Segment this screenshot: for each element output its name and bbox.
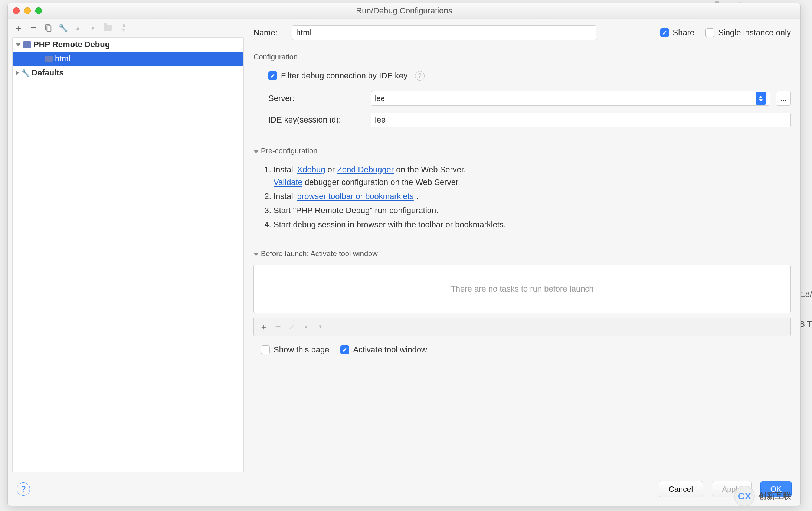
text: Install — [274, 192, 297, 201]
folder-icon — [104, 25, 112, 31]
section-configuration: Configuration — [253, 53, 791, 61]
php-icon — [23, 40, 31, 49]
task-down-button[interactable]: ▼ — [314, 320, 327, 333]
wrench-icon: 🔧 — [21, 69, 29, 77]
move-down-button[interactable]: ▼ — [86, 22, 99, 34]
ide-key-input[interactable] — [371, 113, 791, 127]
list-item: Start debug session in browser with the … — [274, 218, 791, 231]
chevron-down-icon — [16, 43, 21, 46]
no-tasks-text: There are no tasks to run before launch — [451, 284, 593, 294]
edit-defaults-button[interactable]: 🔧 — [57, 22, 69, 34]
folder-button[interactable] — [101, 22, 114, 34]
xdebug-link[interactable]: Xdebug — [297, 165, 325, 174]
help-icon[interactable]: ? — [415, 71, 425, 81]
text: . — [416, 192, 418, 201]
dialog-footer: ? Cancel Apply OK — [8, 472, 800, 506]
tree-node-php-remote-debug[interactable]: PHP Remote Debug — [13, 38, 243, 52]
text: debugger configuration on the Web Server… — [305, 178, 460, 187]
section-title: Configuration — [253, 53, 298, 61]
wrench-icon: 🔧 — [59, 23, 68, 32]
name-label: Name: — [253, 28, 287, 38]
watermark: CX 创新互联 — [734, 485, 808, 507]
show-this-page-label: Show this page — [274, 345, 329, 355]
cancel-button[interactable]: Cancel — [659, 481, 703, 497]
tree-node-html[interactable]: html — [13, 52, 243, 66]
before-launch-tasks: There are no tasks to run before launch — [253, 265, 791, 313]
list-item: Start "PHP Remote Debug" run-configurati… — [274, 204, 791, 217]
before-launch-toolbar: ＋ − ▲ ▼ — [253, 318, 791, 336]
checkbox-icon — [340, 345, 349, 354]
section-preconfiguration[interactable]: Pre-configuration — [253, 147, 791, 155]
chevron-down-icon — [253, 250, 261, 258]
checkbox-icon — [261, 345, 270, 354]
add-button[interactable]: ＋ — [12, 22, 25, 34]
checkbox-icon — [268, 71, 277, 80]
activate-tool-label: Activate tool window — [353, 345, 427, 355]
pencil-icon — [289, 323, 295, 330]
remove-button[interactable]: − — [27, 22, 40, 34]
move-up-button[interactable]: ▲ — [72, 22, 84, 34]
filter-label: Filter debug connection by IDE key — [281, 71, 407, 81]
titlebar: Run/Debug Configurations — [8, 3, 800, 19]
validate-link[interactable]: Validate — [274, 178, 302, 187]
list-item: Install browser toolbar or bookmarklets … — [274, 190, 791, 203]
chevron-down-icon — [253, 147, 261, 155]
text: Install — [274, 165, 297, 174]
bg-text-1: 18/ — [800, 290, 812, 299]
tree-node-label: html — [55, 54, 71, 64]
tree-node-label: PHP Remote Debug — [33, 40, 110, 49]
server-select[interactable]: lee — [371, 91, 770, 106]
sort-button[interactable]: ↓az — [116, 22, 129, 34]
name-input[interactable] — [292, 25, 596, 40]
list-item: Install Xdebug or Zend Debugger on the W… — [274, 163, 791, 189]
tree-node-defaults[interactable]: 🔧 Defaults — [13, 66, 243, 80]
config-form: Name: Share Single instance only — [244, 19, 800, 472]
section-before-launch[interactable]: Before launch: Activate tool window — [253, 250, 791, 258]
checkbox-icon — [705, 28, 714, 37]
checkbox-icon — [660, 28, 669, 37]
help-button[interactable]: ? — [17, 482, 30, 496]
single-instance-checkbox[interactable]: Single instance only — [705, 28, 791, 38]
share-label: Share — [673, 28, 695, 38]
show-this-page-checkbox[interactable]: Show this page — [261, 345, 329, 355]
zend-debugger-link[interactable]: Zend Debugger — [337, 165, 394, 174]
server-label: Server: — [268, 94, 365, 103]
watermark-logo-icon: CX — [734, 486, 755, 507]
watermark-text: 创新互联 — [759, 491, 791, 502]
bg-text-2: B T — [799, 319, 812, 329]
share-checkbox[interactable]: Share — [660, 28, 695, 38]
chevron-right-icon — [16, 70, 19, 75]
select-arrows-icon — [756, 92, 766, 105]
remove-task-button[interactable]: − — [272, 320, 284, 333]
single-instance-label: Single instance only — [718, 28, 791, 38]
server-browse-button[interactable]: ... — [776, 91, 791, 106]
filter-ide-key-checkbox[interactable]: Filter debug connection by IDE key — [268, 71, 407, 81]
tree-node-label: Defaults — [32, 68, 64, 78]
section-title: Pre-configuration — [261, 147, 317, 155]
copy-button[interactable] — [42, 22, 55, 34]
run-debug-dialog: Run/Debug Configurations ＋ − 🔧 ▲ ▼ ↓az — [7, 3, 801, 506]
preconfiguration-list: Install Xdebug or Zend Debugger on the W… — [274, 162, 791, 232]
dialog-title: Run/Debug Configurations — [8, 6, 800, 16]
text: or — [328, 165, 337, 174]
text: on the Web Server. — [396, 165, 466, 174]
section-title: Before launch: Activate tool window — [261, 250, 378, 258]
config-tree: PHP Remote Debug html 🔧 Defaults — [12, 37, 244, 472]
browser-toolbar-link[interactable]: browser toolbar or bookmarklets — [297, 192, 414, 201]
php-icon — [45, 55, 53, 63]
svg-rect-1 — [47, 26, 51, 32]
ide-key-label: IDE key(session id): — [268, 115, 365, 125]
edit-task-button[interactable] — [286, 320, 298, 333]
activate-tool-window-checkbox[interactable]: Activate tool window — [340, 345, 427, 355]
server-value: lee — [375, 94, 385, 103]
task-up-button[interactable]: ▲ — [300, 320, 312, 333]
add-task-button[interactable]: ＋ — [258, 320, 270, 333]
dialog-body: ＋ − 🔧 ▲ ▼ ↓az — [8, 19, 800, 506]
copy-icon — [44, 24, 52, 32]
sidebar-toolbar: ＋ − 🔧 ▲ ▼ ↓az — [8, 19, 244, 37]
